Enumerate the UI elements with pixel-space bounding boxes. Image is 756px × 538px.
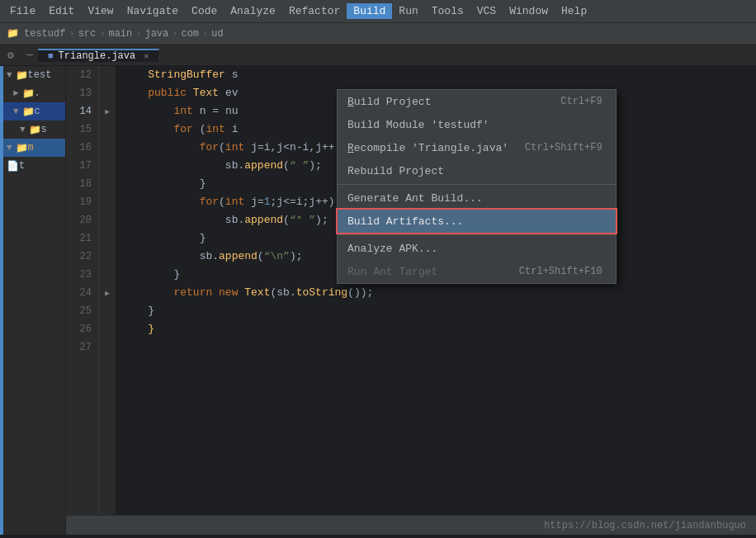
tree-item-1[interactable]: ► 📁 . bbox=[0, 84, 65, 102]
breadcrumb-item-4[interactable]: com bbox=[181, 28, 199, 40]
run-ant-shortcut: Ctrl+Shift+F10 bbox=[519, 266, 602, 277]
gutter-20 bbox=[99, 211, 116, 229]
menu-help[interactable]: Help bbox=[555, 3, 593, 19]
breadcrumb-sep3: › bbox=[135, 28, 141, 40]
breadcrumb-item-5[interactable]: ud bbox=[211, 28, 223, 40]
gutter-13 bbox=[99, 84, 116, 102]
separator-2 bbox=[338, 234, 616, 235]
run-ant-item[interactable]: Run Ant Target Ctrl+Shift+F10 bbox=[338, 260, 616, 283]
folder-icon: 📁 bbox=[16, 69, 28, 82]
line-num-25: 25 bbox=[66, 302, 98, 320]
breadcrumb-item-1[interactable]: src bbox=[78, 28, 97, 40]
menu-analyze[interactable]: Analyze bbox=[224, 3, 282, 19]
gutter-19 bbox=[99, 193, 116, 211]
breadcrumb-item-3[interactable]: java bbox=[144, 28, 168, 40]
gutter-12 bbox=[99, 66, 116, 84]
folder-icon4: 📁 bbox=[29, 124, 41, 136]
build-project-label: Build Project bbox=[347, 96, 544, 108]
menu-vcs[interactable]: VCS bbox=[470, 3, 503, 19]
breadcrumb: 📁 testudf › src › main › java › com › ud bbox=[0, 23, 756, 45]
recompile-shortcut: Ctrl+Shift+F9 bbox=[525, 142, 602, 153]
code-line-24: return new Text(sb.toString()); bbox=[122, 284, 756, 302]
menu-code[interactable]: Code bbox=[185, 3, 224, 19]
line-num-12: 12 bbox=[66, 66, 98, 84]
line-num-24: 24 bbox=[66, 284, 98, 302]
analyze-apk-item[interactable]: Analyze APK... bbox=[338, 237, 616, 260]
tree-label-1: . bbox=[35, 87, 40, 99]
tab-triangle-java[interactable]: ■ Triangle.java ✕ bbox=[38, 49, 159, 62]
build-artifacts-label: Build Artifacts... bbox=[347, 215, 586, 228]
line-num-23: 23 bbox=[66, 266, 98, 284]
breadcrumb-sep2: › bbox=[99, 28, 105, 40]
generate-ant-label: Generate Ant Build... bbox=[347, 192, 586, 205]
menu-run[interactable]: Run bbox=[392, 3, 424, 19]
breadcrumb-sep4: › bbox=[172, 28, 177, 40]
menu-window[interactable]: Window bbox=[503, 3, 555, 19]
rebuild-item[interactable]: Rebuild Project bbox=[338, 159, 616, 182]
analyze-apk-label: Analyze APK... bbox=[347, 243, 586, 255]
gutter-22 bbox=[99, 248, 116, 266]
breadcrumb-icon: 📁 bbox=[7, 27, 19, 40]
main-layout: ▼ 📁 test ► 📁 . ▼ 📁 c ▼ 📁 s ▼ 📁 m 📄 t bbox=[0, 66, 756, 535]
menu-edit[interactable]: Edit bbox=[42, 3, 81, 19]
menu-refactor[interactable]: Refactor bbox=[282, 3, 347, 19]
settings-icon[interactable]: ⚙ bbox=[0, 45, 21, 66]
rebuild-label: Rebuild Project bbox=[347, 165, 586, 177]
build-project-shortcut: Ctrl+F9 bbox=[560, 96, 602, 107]
generate-ant-item[interactable]: Generate Ant Build... bbox=[338, 186, 616, 210]
line-num-13: 13 bbox=[66, 84, 98, 102]
build-dropdown-menu: Build Project Ctrl+F9 Build Module 'test… bbox=[337, 89, 617, 284]
tree-item-4[interactable]: ▼ 📁 m bbox=[0, 139, 65, 157]
build-project-item[interactable]: Build Project Ctrl+F9 bbox=[338, 90, 616, 113]
status-url: https://blog.csdn.net/jiandanbuguo bbox=[544, 520, 746, 531]
breadcrumb-item-0[interactable]: testudf bbox=[24, 28, 65, 40]
line-num-14: 14 bbox=[66, 102, 98, 120]
recompile-label: Recompile 'Triangle.java' bbox=[347, 142, 508, 154]
expand-icon3: ▼ bbox=[13, 106, 19, 116]
line-num-22: 22 bbox=[66, 248, 98, 266]
expand-icon2: ► bbox=[13, 88, 19, 98]
tree-item-3[interactable]: ▼ 📁 s bbox=[0, 120, 65, 139]
expand-icon4: ▼ bbox=[20, 125, 26, 134]
tree-label-5: t bbox=[19, 160, 25, 172]
line-numbers: 12 13 14 15 16 17 18 19 20 21 22 23 24 2… bbox=[66, 66, 99, 535]
build-artifacts-item[interactable]: Build Artifacts... bbox=[338, 210, 616, 233]
breadcrumb-item-2[interactable]: main bbox=[108, 28, 132, 40]
code-line-26: } bbox=[122, 320, 756, 338]
menu-tools[interactable]: Tools bbox=[425, 3, 470, 19]
gutter-24: ▶ bbox=[99, 284, 116, 302]
gutter-17 bbox=[99, 157, 116, 175]
expand-icon5: ▼ bbox=[7, 143, 12, 153]
menu-build[interactable]: Build bbox=[347, 3, 392, 19]
line-num-16: 16 bbox=[66, 139, 98, 157]
gutter-icons: ▶ ▶ bbox=[99, 66, 116, 535]
tab-icon-java: ■ bbox=[48, 51, 54, 61]
gutter-18 bbox=[99, 175, 116, 193]
line-num-21: 21 bbox=[66, 229, 98, 248]
line-num-17: 17 bbox=[66, 157, 98, 175]
menu-file[interactable]: File bbox=[3, 3, 42, 19]
tree-item-2[interactable]: ▼ 📁 c bbox=[0, 102, 65, 120]
tree-item-root[interactable]: ▼ 📁 test bbox=[0, 66, 65, 84]
recompile-item[interactable]: Recompile 'Triangle.java' Ctrl+Shift+F9 bbox=[338, 136, 616, 159]
project-sidebar: ▼ 📁 test ► 📁 . ▼ 📁 c ▼ 📁 s ▼ 📁 m 📄 t bbox=[0, 66, 66, 535]
code-line-27 bbox=[122, 338, 756, 356]
status-bar: https://blog.csdn.net/jiandanbuguo bbox=[66, 515, 756, 535]
tree-item-5[interactable]: 📄 t bbox=[0, 157, 65, 175]
tree-label-4: m bbox=[28, 142, 34, 153]
code-line-12: StringBuffer s bbox=[122, 66, 756, 84]
tab-close-icon[interactable]: ✕ bbox=[144, 51, 149, 61]
gutter-23 bbox=[99, 266, 116, 284]
tree-label-2: c bbox=[35, 106, 40, 117]
gutter-25 bbox=[99, 302, 116, 320]
run-ant-label: Run Ant Target bbox=[347, 266, 503, 278]
build-module-item[interactable]: Build Module 'testudf' bbox=[338, 113, 616, 136]
menu-navigate[interactable]: Navigate bbox=[120, 3, 185, 19]
tree-label-3: s bbox=[41, 124, 47, 135]
menu-view[interactable]: View bbox=[81, 3, 120, 19]
build-module-label: Build Module 'testudf' bbox=[347, 119, 586, 131]
breadcrumb-sep5: › bbox=[202, 28, 208, 40]
sidebar-accent-bar bbox=[0, 66, 3, 535]
minimize-icon[interactable]: — bbox=[21, 45, 38, 66]
menu-bar: File Edit View Navigate Code Analyze Ref… bbox=[0, 0, 756, 23]
